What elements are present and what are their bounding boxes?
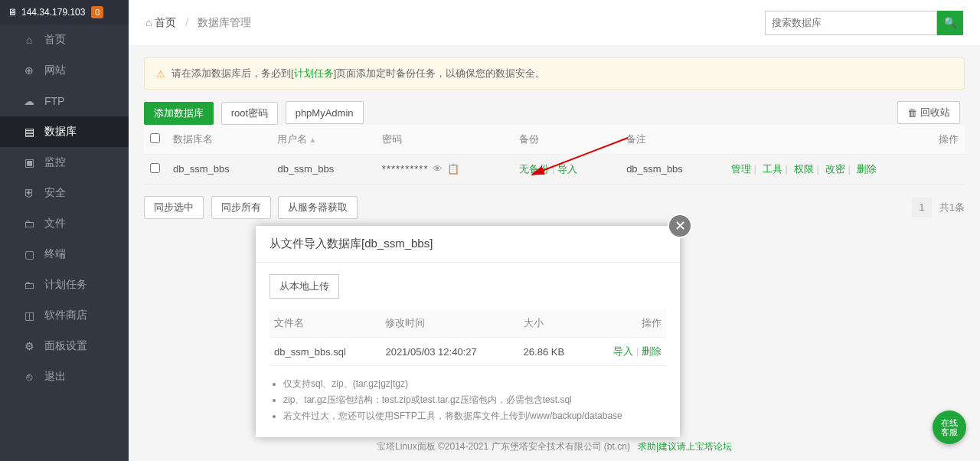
footer-link[interactable]: 求助|建议请上宝塔论坛	[638, 441, 732, 452]
sidebar-item-monitor[interactable]: ▣监控	[0, 147, 129, 178]
sync-selected-button[interactable]: 同步选中	[144, 196, 204, 219]
modal-close-button[interactable]: ✕	[668, 214, 692, 238]
select-all-checkbox[interactable]	[150, 133, 160, 143]
mcol-size: 大小	[519, 309, 588, 338]
exit-icon: ⎋	[21, 371, 37, 383]
sidebar-label: 文件	[44, 217, 66, 230]
notification-badge[interactable]: 0	[91, 6, 103, 18]
search-icon: 🔍	[944, 17, 957, 28]
terminal-icon: ▢	[21, 248, 37, 260]
clock-icon: 🗀	[21, 279, 37, 291]
breadcrumb-separator: /	[185, 16, 188, 28]
sidebar-item-terminal[interactable]: ▢终端	[0, 239, 129, 270]
col-pwd: 密码	[376, 125, 513, 155]
import-modal: ✕ 从文件导入数据库[db_ssm_bbs] 从本地上传 文件名 修改时间 大小…	[256, 226, 680, 437]
floating-label: 在线 客服	[941, 418, 958, 436]
table-row: db_ssm_bbs db_ssm_bbs **********👁📋 无备份|导…	[144, 154, 965, 184]
sidebar-item-store[interactable]: ◫软件商店	[0, 300, 129, 331]
cloud-icon: ☁	[21, 95, 37, 107]
search-input[interactable]	[765, 11, 937, 35]
sidebar-label: 网站	[44, 64, 66, 77]
col-user[interactable]: 用户名▲	[271, 125, 375, 155]
sidebar-item-settings[interactable]: ⚙面板设置	[0, 331, 129, 361]
manage-link[interactable]: 管理	[731, 163, 751, 175]
changepwd-link[interactable]: 改密	[825, 163, 845, 175]
sync-all-button[interactable]: 同步所有	[211, 196, 271, 219]
col-remark: 备注	[620, 125, 724, 155]
trash-icon: 🗑	[907, 107, 917, 119]
file-row: db_ssm_bbs.sql 2021/05/03 12:40:27 26.86…	[270, 338, 666, 366]
add-database-button[interactable]: 添加数据库	[144, 102, 214, 125]
breadcrumb-home[interactable]: 首页	[155, 16, 176, 28]
recycle-bin-button[interactable]: 🗑回收站	[897, 101, 960, 124]
recycle-label: 回收站	[920, 106, 950, 119]
db-backup-cell: 无备份|导入	[513, 154, 620, 184]
sidebar-label: 监控	[44, 155, 66, 169]
eye-icon[interactable]: 👁	[433, 163, 443, 175]
server-ip: 144.34.179.103	[21, 7, 85, 18]
alert-text: ]页面添加定时备份任务，以确保您的数据安全。	[334, 67, 546, 80]
sidebar-item-database[interactable]: ▤数据库	[0, 116, 129, 147]
import-link[interactable]: 导入	[557, 163, 577, 175]
delete-link[interactable]: 删除	[857, 163, 877, 175]
sidebar-label: 首页	[44, 33, 66, 47]
sidebar-item-ftp[interactable]: ☁FTP	[0, 86, 129, 116]
sidebar-label: 退出	[44, 370, 66, 384]
sidebar-item-website[interactable]: ⊕网站	[0, 55, 129, 86]
sidebar-item-files[interactable]: 🗀文件	[0, 208, 129, 239]
mcol-action: 操作	[588, 309, 666, 338]
apps-icon: ◫	[21, 309, 37, 322]
search-button[interactable]: 🔍	[937, 11, 963, 35]
warning-alert: ⚠ 请在添加数据库后，务必到[计划任务]页面添加定时备份任务，以确保您的数据安全…	[144, 57, 965, 90]
alert-text: 请在添加数据库后，务必到[	[172, 67, 294, 80]
sidebar-item-cron[interactable]: 🗀计划任务	[0, 270, 129, 300]
chart-icon: ▣	[21, 156, 37, 168]
row-checkbox[interactable]	[150, 163, 160, 173]
perm-link[interactable]: 权限	[794, 163, 814, 175]
modal-title: 从文件导入数据库[db_ssm_bbs]	[256, 226, 680, 263]
alert-link[interactable]: 计划任务	[294, 67, 334, 80]
home-icon: ⌂	[145, 16, 152, 28]
file-delete-link[interactable]: 删除	[642, 345, 662, 357]
phpmyadmin-button[interactable]: phpMyAdmin	[286, 101, 364, 124]
monitor-icon: 🖥	[8, 7, 17, 18]
sidebar-item-home[interactable]: ⌂首页	[0, 25, 129, 55]
gear-icon: ⚙	[21, 340, 37, 352]
sort-asc-icon: ▲	[309, 136, 316, 144]
table-footer: 同步选中 同步所有 从服务器获取 1 共1条	[144, 196, 965, 219]
db-name: db_ssm_bbs	[167, 154, 271, 184]
sidebar-item-security[interactable]: ⛨安全	[0, 178, 129, 208]
fetch-from-server-button[interactable]: 从服务器获取	[278, 196, 358, 219]
file-name: db_ssm_bbs.sql	[270, 338, 381, 366]
col-user-label: 用户名	[277, 133, 307, 145]
db-remark[interactable]: db_ssm_bbs	[620, 154, 724, 184]
globe-icon: ⊕	[21, 64, 37, 77]
sidebar-label: 安全	[44, 186, 66, 200]
db-user: db_ssm_bbs	[271, 154, 375, 184]
row-actions: 管理| 工具| 权限| 改密| 删除	[725, 154, 965, 184]
shield-icon: ⛨	[21, 187, 37, 199]
database-icon: ▤	[21, 126, 37, 138]
sidebar-label: FTP	[44, 95, 64, 107]
search-wrap: 🔍	[765, 11, 963, 35]
col-name[interactable]: 数据库名	[167, 125, 271, 155]
file-actions: 导入 | 删除	[588, 338, 666, 366]
mcol-mtime: 修改时间	[381, 309, 518, 338]
folder-icon: 🗀	[21, 217, 37, 230]
no-backup-link[interactable]: 无备份	[519, 163, 549, 175]
sidebar-item-logout[interactable]: ⎋退出	[0, 361, 129, 392]
sidebar-label: 终端	[44, 247, 66, 261]
database-table: 数据库名 用户名▲ 密码 备份 备注 操作 db_ssm_bbs db_ssm_…	[144, 125, 965, 185]
tool-link[interactable]: 工具	[763, 163, 782, 175]
upload-local-button[interactable]: 从本地上传	[270, 274, 339, 299]
page-number[interactable]: 1	[912, 198, 932, 217]
file-import-link[interactable]: 导入	[613, 345, 633, 357]
sidebar: 🖥 144.34.179.103 0 ⌂首页 ⊕网站 ☁FTP ▤数据库 ▣监控…	[0, 0, 129, 461]
sidebar-label: 面板设置	[44, 339, 87, 353]
import-file-table: 文件名 修改时间 大小 操作 db_ssm_bbs.sql 2021/05/03…	[270, 309, 666, 366]
online-service-button[interactable]: 在线 客服	[933, 410, 966, 444]
warning-icon: ⚠	[156, 68, 165, 80]
root-password-button[interactable]: root密码	[221, 102, 278, 125]
copy-icon[interactable]: 📋	[447, 163, 459, 175]
mcol-filename: 文件名	[270, 309, 381, 338]
